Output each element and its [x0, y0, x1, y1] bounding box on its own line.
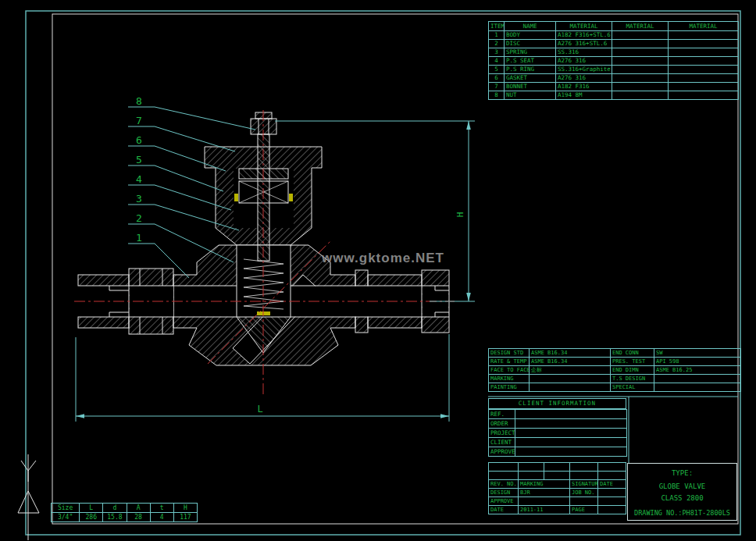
- client-label: REF.: [489, 410, 515, 419]
- bom-cell: [612, 74, 669, 83]
- bom-row: 7BONNETA182 F316: [489, 83, 739, 91]
- bom-cell: [669, 83, 739, 91]
- client-row: ORDER: [489, 419, 627, 429]
- design-row: MARKINGT.S DESIGN: [489, 375, 741, 383]
- size-header: L: [80, 504, 103, 513]
- size-header: t: [150, 504, 173, 513]
- date-col-label: DATE: [598, 480, 626, 489]
- bom-row: 3SPRINGSS.316: [489, 48, 739, 57]
- size-value: 28: [127, 513, 150, 522]
- right-neck: [355, 270, 368, 286]
- bom-cell: [612, 83, 669, 91]
- client-info-table: REF.ORDERPROJECTCLIENTAPPROVE: [488, 409, 627, 457]
- bom-row: 4P.S SEATA276 316: [489, 57, 739, 66]
- client-label: PROJECT: [489, 429, 515, 438]
- callout-6: 6: [136, 134, 142, 146]
- right-pipe-wall: [368, 275, 422, 286]
- bom-cell: [669, 48, 739, 57]
- bom-cell: A276 316+STL.6: [556, 40, 612, 48]
- client-row: REF.: [489, 410, 627, 419]
- design-row: DESIGN BJR JOB NO.: [489, 489, 626, 497]
- design-row: DESIGN STDASME B16.34END CONNSW: [489, 349, 741, 358]
- size-header: H: [173, 504, 197, 513]
- bom-cell: P.S RING: [505, 66, 556, 74]
- client-info-title: CLIENT INFORMATION: [488, 398, 626, 409]
- client-value: [515, 419, 627, 429]
- bom-cell: 6: [489, 74, 505, 83]
- watermark: www.gktome.NET: [322, 251, 444, 266]
- bom-cell: [669, 66, 739, 74]
- callout-2: 2: [136, 212, 142, 224]
- design-row: FACE TO FACE企标END DIMNASME B16.25: [489, 366, 741, 375]
- client-row: CLIENT: [489, 438, 627, 447]
- bom-cell: [669, 74, 739, 83]
- callout-8: 8: [136, 95, 142, 107]
- client-label: ORDER: [489, 419, 515, 429]
- design-label: MARKING: [489, 375, 530, 383]
- design-label: T.S DESIGN: [611, 375, 654, 383]
- size-header-row: Size L d A t H: [52, 504, 198, 513]
- bom-cell: [669, 57, 739, 66]
- bom-cell: A276 316: [556, 57, 612, 66]
- design-label: RATE & TEMP: [489, 358, 530, 366]
- bom-cell: [669, 40, 739, 48]
- design-value: [654, 375, 741, 383]
- design-value: SW: [654, 349, 741, 358]
- design-row: RATE & TEMPASME B16.34PRES. TESTAPI 598: [489, 358, 741, 366]
- design-value: BJR: [519, 489, 570, 497]
- drawing-number: DRAWING NO.:PH81T-2800LS: [628, 509, 736, 517]
- bom-cell: BONNET: [505, 83, 556, 91]
- right-pipe-wall: [368, 317, 422, 328]
- design-label: PRES. TEST: [611, 358, 654, 366]
- client-value: [515, 429, 627, 438]
- size-value: 15.8: [103, 513, 127, 522]
- bom-cell: 5: [489, 66, 505, 74]
- bom-cell: SPRING: [505, 48, 556, 57]
- design-value: [530, 375, 611, 383]
- rev-grid-row: [489, 472, 626, 480]
- design-value: ASME B16.34: [530, 358, 611, 366]
- marking-label: MARKING: [519, 480, 570, 489]
- client-value: [515, 438, 627, 447]
- rev-grid-row: [489, 463, 626, 472]
- bom-cell: 7: [489, 83, 505, 91]
- date-label: DATE: [489, 506, 519, 514]
- size-value: 4: [150, 513, 173, 522]
- bom-cell: A182 F316: [556, 83, 612, 91]
- bom-header: ITEM: [489, 22, 505, 31]
- bom-header: MATERIAL: [669, 22, 739, 31]
- client-value: [515, 410, 627, 419]
- dim-label-H: H: [455, 212, 465, 218]
- bom-cell: A194 8M: [556, 91, 612, 100]
- bom-cell: [669, 31, 739, 40]
- bom-row: 5P.S RINGSS.316+Graphite: [489, 66, 739, 74]
- type-label: TYPE:: [628, 469, 736, 477]
- callout-7: 7: [136, 115, 142, 126]
- bom-cell: A182 F316+STL.6: [556, 31, 612, 40]
- bom-cell: NUT: [505, 91, 556, 100]
- bom-row: 6GASKETA276 316: [489, 74, 739, 83]
- design-row: PAINTINGSPECIAL: [489, 383, 741, 392]
- cad-drawing-sheet: L H 8 7 6: [0, 0, 756, 541]
- size-value: 286: [80, 513, 103, 522]
- size-header: A: [127, 504, 150, 513]
- client-row: PROJECT: [489, 429, 627, 438]
- design-value: 企标: [530, 366, 611, 375]
- bom-row: 1BODYA182 F316+STL.6: [489, 31, 739, 40]
- callout-1: 1: [136, 232, 142, 244]
- size-value: 117: [173, 513, 197, 522]
- packing-seal: [289, 194, 293, 201]
- valve-type: GLOBE VALVE: [628, 482, 736, 490]
- signature-label: SIGNATURE: [570, 480, 598, 489]
- design-value: [530, 383, 611, 392]
- client-row: APPROVE: [489, 447, 627, 457]
- bom-header: NAME: [505, 22, 556, 31]
- bom-table: ITEMNAMEMATERIALMATERIALMATERIAL1BODYA18…: [488, 21, 739, 100]
- job-no-value: [598, 489, 626, 497]
- bom-header-row: ITEMNAMEMATERIALMATERIALMATERIAL: [489, 22, 739, 31]
- design-value: ASME B16.25: [654, 366, 741, 375]
- design-label: DESIGN: [489, 489, 519, 497]
- bom-cell: [612, 66, 669, 74]
- bom-cell: 1: [489, 31, 505, 40]
- approve-label: APPROVE: [489, 497, 519, 506]
